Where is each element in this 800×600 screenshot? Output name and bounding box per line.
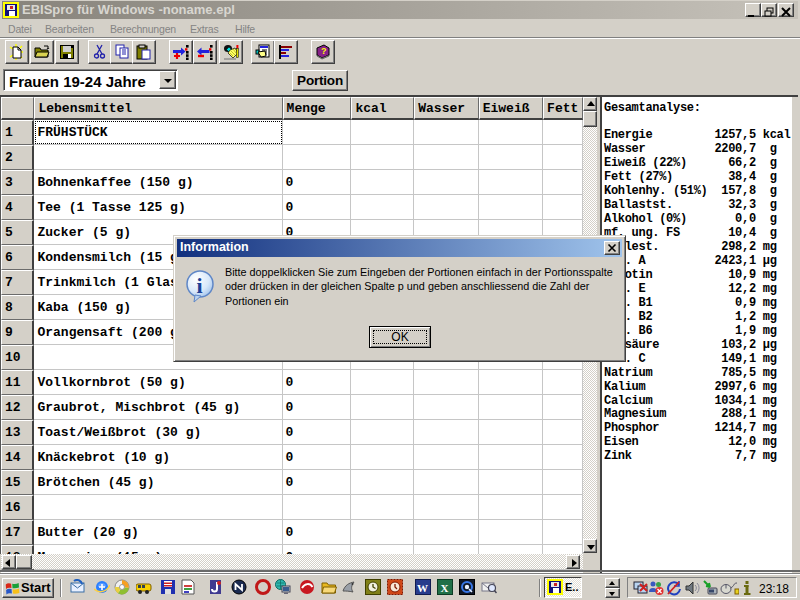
svg-text:i: i [197, 273, 203, 298]
svg-text:?: ? [321, 46, 327, 56]
svg-text:X: X [441, 582, 449, 594]
svg-text:W: W [417, 582, 428, 594]
